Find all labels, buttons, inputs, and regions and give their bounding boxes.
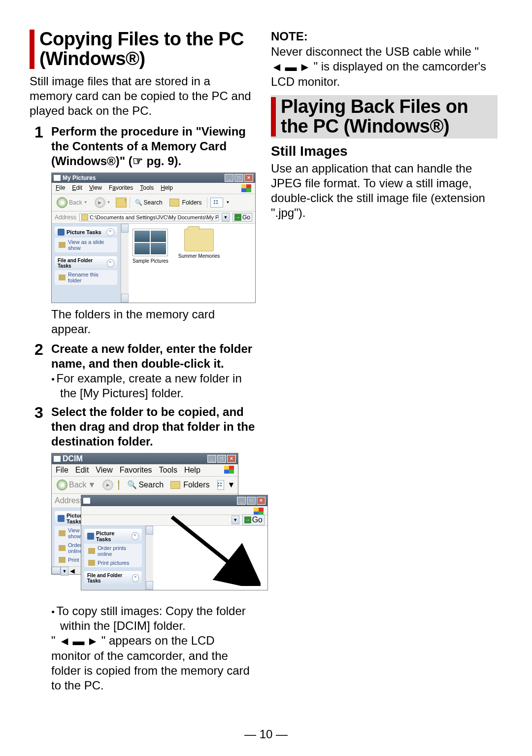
summer-memories-thumb: Summer Memories <box>178 229 220 259</box>
step-bullet: For example, create a new folder in the … <box>51 371 256 401</box>
go-button: →Go <box>242 515 265 525</box>
maximize-icon: □ <box>217 455 226 463</box>
file-tasks-header: File and Folder Tasks⌃ <box>55 256 117 270</box>
menu-help: Help <box>184 466 200 475</box>
transfer-icon: ◄ ▬ ► <box>271 60 310 74</box>
menu-edit: Edit <box>75 466 89 475</box>
caption-1: The folders in the memory card appear. <box>51 307 256 337</box>
step3-after: " ◄ ▬ ► " appears on the LCD monitor of … <box>51 633 256 693</box>
back-arrow-icon: ◄ <box>57 480 67 490</box>
back-arrow-icon: ◄ <box>57 197 67 208</box>
rename-link: Rename this folder <box>55 270 117 285</box>
forward-arrow-icon: ► <box>95 197 105 208</box>
destination-window: _ □ × ▼ →Go Picture Tasks⌃ O <box>81 495 268 590</box>
menu-help: Help <box>161 184 173 192</box>
scrollbar-icon <box>145 526 153 590</box>
step-title: Perform the procedure in "Viewing the Co… <box>51 124 256 169</box>
menu-bar: File Edit View Favorites Tools Help <box>52 183 255 194</box>
menu-view: View <box>89 184 102 192</box>
step-title: Create a new folder, enter the folder na… <box>51 342 256 371</box>
folder-icon <box>54 456 61 462</box>
menu-favorites: Favorites <box>120 466 152 475</box>
dropdown-icon: ▼ <box>222 213 230 222</box>
window-title: DCIM <box>63 454 83 463</box>
picture-tasks-icon <box>87 533 94 540</box>
section-heading-copy: Copying Files to the PC (Windows®) <box>30 30 256 69</box>
task-pane: Picture Tasks⌃ View as a slide show File… <box>52 224 121 303</box>
right-column: NOTE: Never disconnect the USB cable whi… <box>271 30 498 693</box>
close-icon: × <box>257 497 266 505</box>
step-1: 1 Perform the procedure in "Viewing the … <box>30 124 256 169</box>
windows-logo-icon <box>224 466 234 474</box>
search-button: 🔍 Search <box>125 479 166 490</box>
address-field: C:\Documents and Settings\JVC\My Documen… <box>79 213 219 221</box>
menu-tools: Tools <box>159 466 177 475</box>
file-tasks-header: File and Folder Tasks⌃ <box>84 571 142 585</box>
collapse-icon: ⌃ <box>132 532 139 540</box>
note-label: NOTE: <box>271 30 498 43</box>
close-icon: × <box>244 174 253 182</box>
folders-button: Folders <box>168 480 211 490</box>
dropdown-icon: ▼ <box>232 515 239 524</box>
menu-file: File <box>56 466 68 475</box>
address-bar: Address C:\Documents and Settings\JVC\My… <box>52 211 255 224</box>
picture-tasks-header: Picture Tasks⌃ <box>55 227 117 238</box>
folder-icon <box>81 214 88 220</box>
forward-button: ► <box>100 479 115 491</box>
menu-file: File <box>56 184 65 192</box>
folder-icon <box>83 498 90 504</box>
heading-bar-icon <box>271 97 276 137</box>
still-images-body: Use an application that can handle the J… <box>271 161 498 220</box>
order-prints-link: Order prints online <box>84 544 142 558</box>
picture-tasks-header: Picture Tasks⌃ <box>84 529 142 544</box>
picture-tasks-icon <box>58 515 65 522</box>
note-text: Never disconnect the USB cable while " ◄… <box>271 44 498 89</box>
search-button: 🔍 Search <box>133 198 165 207</box>
view-selector-icon <box>217 480 224 490</box>
step-3: 3 Select the folder to be copied, and th… <box>30 405 256 449</box>
left-column: Copying Files to the PC (Windows®) Still… <box>30 30 256 693</box>
heading-bar-icon <box>30 30 34 69</box>
scrollbar-icon <box>121 224 129 303</box>
slideshow-icon <box>59 242 66 248</box>
view-selector-icon <box>210 198 223 207</box>
forward-arrow-icon: ► <box>102 480 113 490</box>
menu-view: View <box>96 466 112 475</box>
page-number: — 10 — <box>0 727 532 741</box>
back-button: ◄Back ▼ <box>55 196 90 209</box>
folders-button: Folders <box>167 198 204 207</box>
step3-bullet: To copy still images: Copy the folder wi… <box>51 604 256 633</box>
up-folder-icon <box>116 198 127 207</box>
go-arrow-icon: → <box>244 516 251 523</box>
maximize-icon: □ <box>247 497 256 505</box>
step-number: 1 <box>30 124 51 169</box>
step-number: 3 <box>30 405 51 449</box>
print-pictures-link: Print pictures <box>84 558 142 567</box>
heading-text: Copying Files to the PC (Windows®) <box>39 30 256 69</box>
menu-tools: Tools <box>140 184 154 192</box>
go-arrow-icon: → <box>234 214 241 221</box>
screenshot-dcim-drag: DCIM _ □ × File Edit View Favorites Tool… <box>51 453 270 601</box>
intro-text: Still image files that are stored in a m… <box>30 74 256 118</box>
step-2: 2 Create a new folder, enter the folder … <box>30 342 256 401</box>
step-title: Select the folder to be copied, and then… <box>51 405 256 449</box>
menu-favorites: Favorites <box>109 184 133 192</box>
menu-edit: Edit <box>72 184 82 192</box>
heading-text: Playing Back Files on the PC (Windows®) <box>281 97 495 137</box>
transfer-icon: ◄ ▬ ► <box>59 634 98 649</box>
subheading-still-images: Still Images <box>271 143 498 159</box>
screenshot-my-pictures: My Pictures _ □ × File Edit View Favorit… <box>51 172 256 303</box>
minimize-icon: _ <box>237 497 246 505</box>
collapse-icon: ⌃ <box>132 574 139 582</box>
close-icon: × <box>227 455 236 463</box>
collapse-icon: ⌃ <box>107 259 114 267</box>
section-heading-playback: Playing Back Files on the PC (Windows®) <box>271 95 498 138</box>
window-title: My Pictures <box>63 174 96 181</box>
up-folder-icon <box>118 480 119 490</box>
slideshow-link: View as a slide show <box>55 238 117 252</box>
minimize-icon: _ <box>207 455 216 463</box>
picture-tasks-icon <box>58 229 65 236</box>
folder-content: Sample Pictures Summer Memories <box>129 224 255 303</box>
toolbar: ◄Back ▼ ► ▼ 🔍 Search Folders ▼ <box>52 194 255 211</box>
folder-icon <box>184 229 214 251</box>
